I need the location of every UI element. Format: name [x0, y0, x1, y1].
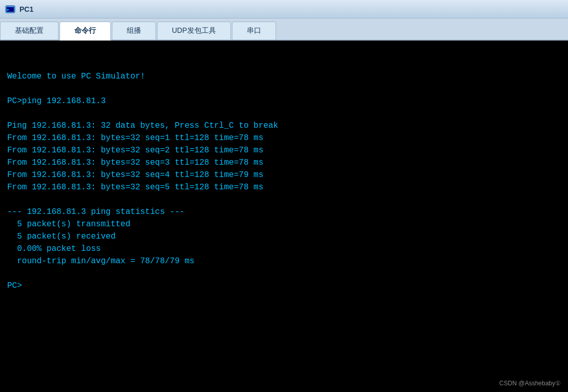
watermark-text: CSDN @Asshebaby① [499, 380, 561, 387]
terminal-line: From 192.168.81.3: bytes=32 seq=5 ttl=12… [7, 181, 561, 193]
tabs-bar: 基础配置 命令行 组播 UDP发包工具 串口 [0, 18, 568, 41]
tab-serial[interactable]: 串口 [232, 22, 276, 40]
terminal-line [7, 267, 561, 280]
terminal-line: 0.00% packet loss [7, 243, 561, 255]
terminal-line: 5 packet(s) received [7, 230, 561, 243]
terminal-line: --- 192.168.81.3 ping statistics --- [7, 206, 561, 218]
terminal-line: PC>ping 192.168.81.3 [7, 95, 561, 107]
tab-udp-tool[interactable]: UDP发包工具 [157, 22, 231, 40]
tab-multicast[interactable]: 组播 [112, 22, 156, 40]
terminal-line: PC> [7, 280, 561, 292]
terminal-line: 5 packet(s) transmitted [7, 218, 561, 230]
terminal-line: round-trip min/avg/max = 78/78/79 ms [7, 255, 561, 267]
tab-command-line[interactable]: 命令行 [60, 22, 111, 41]
terminal-line: From 192.168.81.3: bytes=32 seq=4 ttl=12… [7, 169, 561, 181]
terminal-line: Ping 192.168.81.3: 32 data bytes, Press … [7, 120, 561, 132]
terminal-line: From 192.168.81.3: bytes=32 seq=3 ttl=12… [7, 156, 561, 169]
terminal-line: Welcome to use PC Simulator! [7, 70, 561, 83]
terminal-output[interactable]: Welcome to use PC Simulator! PC>ping 192… [0, 41, 568, 392]
terminal-line [7, 193, 561, 206]
terminal-line [7, 107, 561, 120]
terminal-line: From 192.168.81.3: bytes=32 seq=1 ttl=12… [7, 132, 561, 144]
window-icon: ▶ [5, 4, 15, 14]
terminal-line: From 192.168.81.3: bytes=32 seq=2 ttl=12… [7, 144, 561, 156]
tab-basic-config[interactable]: 基础配置 [0, 22, 58, 40]
window-title: PC1 [19, 5, 33, 13]
title-bar: ▶ PC1 [0, 0, 568, 18]
terminal-line [7, 83, 561, 95]
main-window: ▶ PC1 基础配置 命令行 组播 UDP发包工具 串口 Welcome to … [0, 0, 568, 392]
